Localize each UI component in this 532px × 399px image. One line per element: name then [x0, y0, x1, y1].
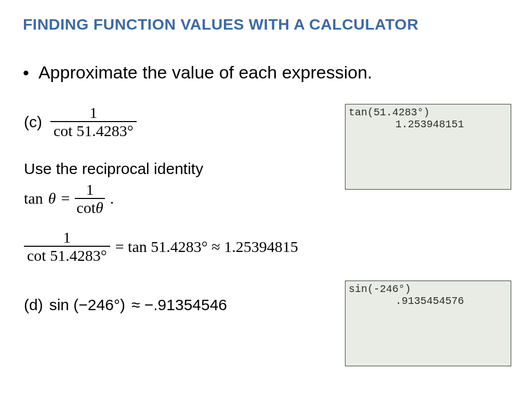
bullet-marker: • — [23, 64, 29, 82]
calculator-screen-1: tan(51.4283°) 1.253948151 — [345, 104, 511, 190]
calc1-output: 1.253948151 — [349, 118, 508, 130]
main-equation: 1 cot 51.4283° = tan 51.4283° ≈ 1.253948… — [24, 229, 298, 265]
part-d-label: (d) — [24, 296, 43, 314]
calc2-output: .9135454576 — [349, 295, 508, 307]
part-d: (d) sin (−246°) ≈ −.91354546 — [24, 296, 227, 314]
equation-den: cot 51.4283° — [24, 246, 110, 265]
part-d-approx: ≈ −.91354546 — [131, 296, 227, 314]
part-c: (c) 1 cot 51.4283° — [24, 104, 137, 140]
identity-num: 1 — [85, 181, 96, 198]
identity-den: cotθ — [75, 198, 104, 216]
identity-lhs-fn: tan — [24, 190, 43, 207]
part-c-numerator: 1 — [86, 104, 100, 121]
identity-period: . — [110, 190, 114, 207]
bullet-text: Approximate the value of each expression… — [38, 62, 373, 83]
bullet-line: • Approximate the value of each expressi… — [23, 62, 373, 83]
identity-equation: tanθ = 1 cotθ . — [24, 181, 114, 216]
reciprocal-label: Use the reciprocal identity — [24, 160, 203, 178]
part-d-expr: sin (−246°) — [49, 296, 125, 314]
equation-fraction: 1 cot 51.4283° — [24, 229, 110, 265]
slide-title: FINDING FUNCTION VALUES WITH A CALCULATO… — [23, 16, 419, 33]
equation-result: = tan 51.4283° ≈ 1.25394815 — [115, 238, 298, 256]
part-c-label: (c) — [24, 113, 42, 131]
identity-eq: = — [61, 190, 70, 207]
part-c-fraction: 1 cot 51.4283° — [50, 104, 137, 140]
equation-num: 1 — [60, 229, 74, 246]
calc2-input: sin(-246°) — [349, 283, 508, 295]
part-c-denominator: cot 51.4283° — [50, 121, 137, 140]
identity-fraction: 1 cotθ — [75, 181, 104, 216]
identity-lhs-theta: θ — [48, 190, 56, 207]
calculator-screen-2: sin(-246°) .9135454576 — [345, 281, 511, 366]
calc1-input: tan(51.4283°) — [349, 107, 508, 118]
